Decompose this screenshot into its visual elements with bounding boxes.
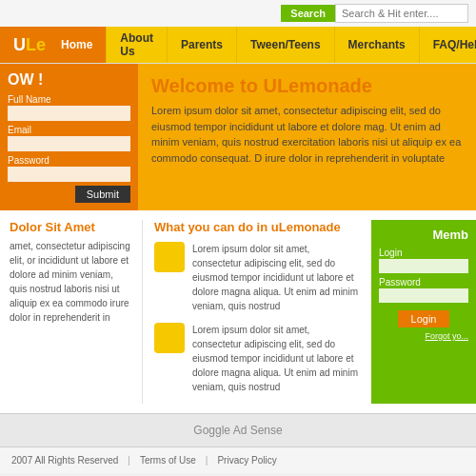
- email-input[interactable]: [8, 136, 130, 151]
- forgot-password-link[interactable]: Forgot yo...: [379, 331, 468, 341]
- feature-item-1: Lorem ipsum dolor sit amet, consectetur …: [154, 242, 360, 313]
- footer-divider-1: |: [128, 455, 130, 466]
- left-text: amet, consectetur adipiscing elit, or in…: [10, 239, 132, 325]
- footer: 2007 All Rights Reserved | Terms of Use …: [0, 447, 476, 473]
- member-login-input[interactable]: [379, 259, 468, 273]
- member-login-button[interactable]: Login: [398, 310, 450, 327]
- hero-title: Welcome to ULemonade: [151, 75, 463, 97]
- hero-title-prefix: Welcome to: [151, 75, 263, 96]
- nav-items: Home About Us Parents Tween/Teens Mercha…: [48, 27, 476, 63]
- header: Search ULe Home About Us Parents Tween/T…: [0, 0, 476, 64]
- left-heading: Dolor Sit Amet: [10, 220, 132, 234]
- ad-text: Goggle Ad Sense: [193, 424, 282, 437]
- privacy-link[interactable]: Privacy Policy: [217, 455, 276, 466]
- submit-button[interactable]: Submit: [75, 186, 130, 203]
- password-label: Password: [8, 155, 130, 166]
- hero-text: Welcome to ULemonade Lorem ipsum dolor s…: [138, 64, 476, 210]
- feature-text-2: Lorem ipsum dolor sit amet, consectetur …: [192, 323, 360, 394]
- main-content: Dolor Sit Amet amet, consectetur adipisc…: [0, 210, 476, 413]
- feature-icon-2: [154, 323, 185, 353]
- email-label: Email: [8, 125, 130, 135]
- password-input[interactable]: [8, 167, 130, 182]
- fullname-label: Full Name: [8, 94, 130, 105]
- navigation: ULe Home About Us Parents Tween/Teens Me…: [0, 27, 476, 63]
- member-login-panel: Memb Login Password Login Forgot yo...: [371, 220, 476, 404]
- nav-item-parents[interactable]: Parents: [168, 27, 237, 63]
- nav-item-tween[interactable]: Tween/Teens: [237, 27, 335, 63]
- signup-box: OW ! Full Name Email Password Submit: [0, 64, 138, 210]
- footer-divider-2: |: [206, 455, 208, 466]
- password-field: Password: [8, 155, 130, 182]
- hero-description: Lorem ipsum dolor sit amet, consectetur …: [151, 103, 463, 166]
- middle-heading: What you can do in uLemonade: [154, 220, 360, 234]
- member-title: Memb: [379, 228, 468, 242]
- left-column: Dolor Sit Amet amet, consectetur adipisc…: [0, 220, 143, 404]
- hero-section: OW ! Full Name Email Password Submit Wel…: [0, 64, 476, 210]
- member-password-input[interactable]: [379, 288, 468, 303]
- ad-bar: Goggle Ad Sense: [0, 413, 476, 447]
- nav-item-home[interactable]: Home: [48, 27, 107, 63]
- nav-item-merchants[interactable]: Merchants: [335, 27, 420, 63]
- login-label: Login: [379, 248, 468, 258]
- top-bar: Search: [0, 0, 476, 27]
- nav-item-about[interactable]: About Us: [107, 27, 168, 63]
- search-input[interactable]: [335, 4, 468, 23]
- feature-item-2: Lorem ipsum dolor sit amet, consectetur …: [154, 323, 360, 394]
- copyright-text: 2007 All Rights Reserved: [11, 455, 118, 466]
- hero-title-brand: ULemonade: [263, 75, 371, 96]
- fullname-field: Full Name: [8, 94, 130, 121]
- middle-column: What you can do in uLemonade Lorem ipsum…: [143, 220, 371, 404]
- logo-prefix: U: [13, 35, 26, 55]
- fullname-input[interactable]: [8, 106, 130, 121]
- now-label: OW !: [8, 71, 130, 89]
- search-label: Search: [281, 5, 335, 22]
- nav-item-faq[interactable]: FAQ/Help: [420, 27, 476, 63]
- feature-icon-1: [154, 242, 185, 272]
- logo-suffix: Le: [26, 35, 46, 55]
- terms-link[interactable]: Terms of Use: [140, 455, 196, 466]
- member-password-label: Password: [379, 277, 468, 288]
- logo: ULe: [0, 27, 48, 63]
- email-field: Email: [8, 125, 130, 151]
- feature-text-1: Lorem ipsum dolor sit amet, consectetur …: [192, 242, 360, 313]
